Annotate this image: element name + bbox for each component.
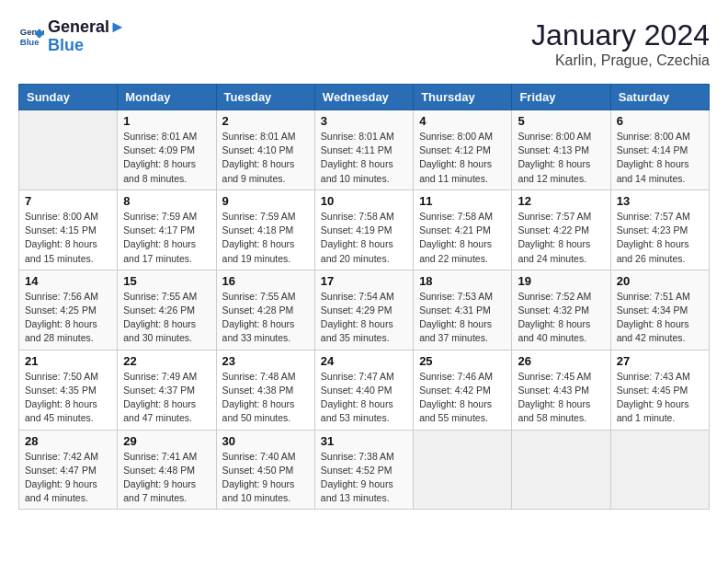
day-number: 19 (518, 274, 604, 288)
day-number: 2 (222, 114, 309, 128)
day-info: Sunrise: 7:43 AMSunset: 4:45 PMDaylight:… (617, 370, 703, 426)
day-number: 21 (25, 354, 111, 368)
day-info: Sunrise: 8:00 AMSunset: 4:14 PMDaylight:… (617, 130, 703, 186)
day-number: 13 (617, 194, 703, 208)
day-number: 11 (419, 194, 506, 208)
day-number: 6 (617, 114, 703, 128)
day-info: Sunrise: 7:41 AMSunset: 4:48 PMDaylight:… (123, 450, 210, 506)
day-number: 4 (419, 114, 506, 128)
day-number: 1 (123, 114, 210, 128)
calendar-cell: 30Sunrise: 7:40 AMSunset: 4:50 PMDayligh… (216, 430, 314, 510)
day-info: Sunrise: 7:51 AMSunset: 4:34 PMDaylight:… (617, 290, 703, 346)
day-number: 18 (419, 274, 506, 288)
weekday-header-saturday: Saturday (610, 85, 709, 110)
calendar-cell: 3Sunrise: 8:01 AMSunset: 4:11 PMDaylight… (314, 110, 413, 190)
calendar-cell: 12Sunrise: 7:57 AMSunset: 4:22 PMDayligh… (512, 190, 610, 270)
day-info: Sunrise: 7:52 AMSunset: 4:32 PMDaylight:… (518, 290, 604, 346)
logo-icon: General Blue (18, 24, 44, 50)
logo: General Blue General► Blue (18, 18, 126, 55)
svg-text:Blue: Blue (20, 37, 40, 47)
calendar-table: SundayMondayTuesdayWednesdayThursdayFrid… (18, 84, 710, 510)
day-info: Sunrise: 7:42 AMSunset: 4:47 PMDaylight:… (25, 450, 111, 506)
day-info: Sunrise: 7:55 AMSunset: 4:26 PMDaylight:… (123, 290, 210, 346)
day-info: Sunrise: 7:45 AMSunset: 4:43 PMDaylight:… (518, 370, 604, 426)
day-number: 26 (518, 354, 604, 368)
day-number: 3 (321, 114, 407, 128)
calendar-cell: 4Sunrise: 8:00 AMSunset: 4:12 PMDaylight… (414, 110, 512, 190)
day-info: Sunrise: 7:58 AMSunset: 4:21 PMDaylight:… (419, 210, 506, 266)
day-info: Sunrise: 7:59 AMSunset: 4:17 PMDaylight:… (123, 210, 210, 266)
calendar-cell: 31Sunrise: 7:38 AMSunset: 4:52 PMDayligh… (314, 430, 413, 510)
day-number: 23 (222, 354, 309, 368)
day-info: Sunrise: 8:00 AMSunset: 4:15 PMDaylight:… (25, 210, 111, 266)
calendar-cell: 10Sunrise: 7:58 AMSunset: 4:19 PMDayligh… (314, 190, 413, 270)
day-info: Sunrise: 7:54 AMSunset: 4:29 PMDaylight:… (321, 290, 407, 346)
day-number: 31 (321, 434, 407, 448)
logo-text: General► Blue (48, 18, 126, 55)
weekday-header-row: SundayMondayTuesdayWednesdayThursdayFrid… (19, 85, 710, 110)
day-info: Sunrise: 8:00 AMSunset: 4:12 PMDaylight:… (419, 130, 506, 186)
calendar-cell: 15Sunrise: 7:55 AMSunset: 4:26 PMDayligh… (118, 270, 216, 350)
calendar-cell: 23Sunrise: 7:48 AMSunset: 4:38 PMDayligh… (216, 350, 314, 430)
calendar-cell (414, 430, 512, 510)
calendar-cell: 8Sunrise: 7:59 AMSunset: 4:17 PMDaylight… (118, 190, 216, 270)
day-info: Sunrise: 7:59 AMSunset: 4:18 PMDaylight:… (222, 210, 309, 266)
day-info: Sunrise: 7:47 AMSunset: 4:40 PMDaylight:… (321, 370, 407, 426)
calendar-cell (512, 430, 610, 510)
weekday-header-friday: Friday (512, 85, 610, 110)
day-number: 5 (518, 114, 604, 128)
calendar-cell: 6Sunrise: 8:00 AMSunset: 4:14 PMDaylight… (610, 110, 709, 190)
calendar-cell: 11Sunrise: 7:58 AMSunset: 4:21 PMDayligh… (414, 190, 512, 270)
location: Karlin, Prague, Czechia (531, 52, 710, 69)
day-info: Sunrise: 7:48 AMSunset: 4:38 PMDaylight:… (222, 370, 309, 426)
calendar-cell: 1Sunrise: 8:01 AMSunset: 4:09 PMDaylight… (118, 110, 216, 190)
calendar-cell: 29Sunrise: 7:41 AMSunset: 4:48 PMDayligh… (118, 430, 216, 510)
day-info: Sunrise: 7:56 AMSunset: 4:25 PMDaylight:… (25, 290, 111, 346)
day-number: 9 (222, 194, 309, 208)
weekday-header-sunday: Sunday (19, 85, 118, 110)
calendar-week-row: 1Sunrise: 8:01 AMSunset: 4:09 PMDaylight… (19, 110, 710, 190)
day-number: 25 (419, 354, 506, 368)
title-block: January 2024 Karlin, Prague, Czechia (531, 18, 710, 69)
calendar-cell: 16Sunrise: 7:55 AMSunset: 4:28 PMDayligh… (216, 270, 314, 350)
day-number: 30 (222, 434, 309, 448)
calendar-cell: 18Sunrise: 7:53 AMSunset: 4:31 PMDayligh… (414, 270, 512, 350)
day-number: 28 (25, 434, 111, 448)
calendar-cell (19, 110, 118, 190)
weekday-header-thursday: Thursday (414, 85, 512, 110)
day-info: Sunrise: 7:57 AMSunset: 4:22 PMDaylight:… (518, 210, 604, 266)
month-title: January 2024 (531, 18, 710, 52)
calendar-week-row: 14Sunrise: 7:56 AMSunset: 4:25 PMDayligh… (19, 270, 710, 350)
calendar-cell: 5Sunrise: 8:00 AMSunset: 4:13 PMDaylight… (512, 110, 610, 190)
calendar-cell: 26Sunrise: 7:45 AMSunset: 4:43 PMDayligh… (512, 350, 610, 430)
day-info: Sunrise: 8:00 AMSunset: 4:13 PMDaylight:… (518, 130, 604, 186)
day-number: 14 (25, 274, 111, 288)
day-number: 27 (617, 354, 703, 368)
calendar-cell (610, 430, 709, 510)
calendar-week-row: 21Sunrise: 7:50 AMSunset: 4:35 PMDayligh… (19, 350, 710, 430)
weekday-header-wednesday: Wednesday (314, 85, 413, 110)
calendar-cell: 19Sunrise: 7:52 AMSunset: 4:32 PMDayligh… (512, 270, 610, 350)
day-info: Sunrise: 7:53 AMSunset: 4:31 PMDaylight:… (419, 290, 506, 346)
calendar-cell: 21Sunrise: 7:50 AMSunset: 4:35 PMDayligh… (19, 350, 118, 430)
day-info: Sunrise: 7:57 AMSunset: 4:23 PMDaylight:… (617, 210, 703, 266)
calendar-cell: 27Sunrise: 7:43 AMSunset: 4:45 PMDayligh… (610, 350, 709, 430)
day-number: 8 (123, 194, 210, 208)
calendar-cell: 28Sunrise: 7:42 AMSunset: 4:47 PMDayligh… (19, 430, 118, 510)
day-number: 17 (321, 274, 407, 288)
weekday-header-tuesday: Tuesday (216, 85, 314, 110)
calendar-cell: 2Sunrise: 8:01 AMSunset: 4:10 PMDaylight… (216, 110, 314, 190)
day-info: Sunrise: 8:01 AMSunset: 4:11 PMDaylight:… (321, 130, 407, 186)
day-number: 29 (123, 434, 210, 448)
day-number: 24 (321, 354, 407, 368)
day-info: Sunrise: 7:46 AMSunset: 4:42 PMDaylight:… (419, 370, 506, 426)
calendar-week-row: 28Sunrise: 7:42 AMSunset: 4:47 PMDayligh… (19, 430, 710, 510)
day-info: Sunrise: 8:01 AMSunset: 4:09 PMDaylight:… (123, 130, 210, 186)
day-number: 15 (123, 274, 210, 288)
day-number: 16 (222, 274, 309, 288)
day-number: 22 (123, 354, 210, 368)
calendar-cell: 24Sunrise: 7:47 AMSunset: 4:40 PMDayligh… (314, 350, 413, 430)
day-number: 20 (617, 274, 703, 288)
calendar-cell: 25Sunrise: 7:46 AMSunset: 4:42 PMDayligh… (414, 350, 512, 430)
day-info: Sunrise: 7:40 AMSunset: 4:50 PMDaylight:… (222, 450, 309, 506)
